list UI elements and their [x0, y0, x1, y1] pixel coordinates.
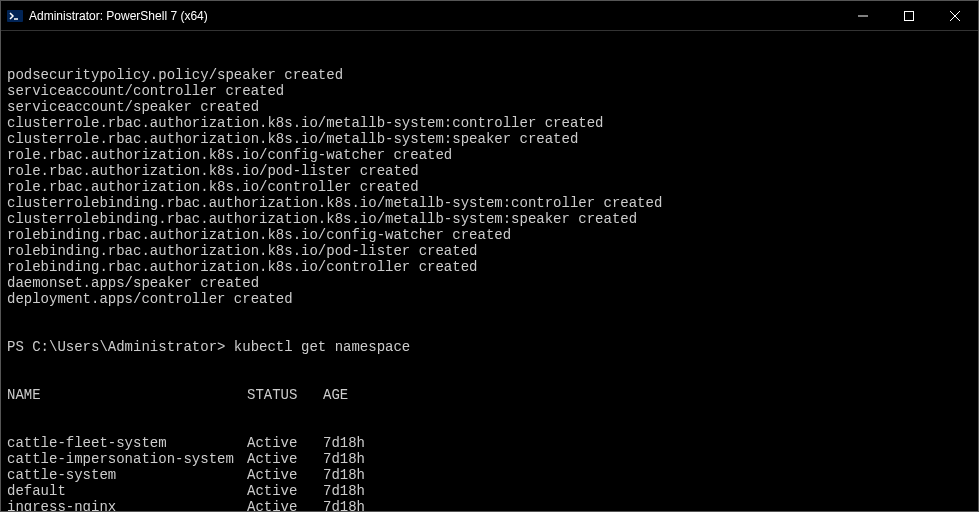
close-button[interactable] [932, 1, 978, 30]
output-line: clusterrole.rbac.authorization.k8s.io/me… [7, 131, 972, 147]
minimize-button[interactable] [840, 1, 886, 30]
command-text: kubectl get namespace [234, 339, 410, 355]
cell-status: Active [247, 467, 323, 483]
titlebar: Administrator: PowerShell 7 (x64) [1, 1, 978, 31]
cell-name: cattle-system [7, 467, 247, 483]
output-line: rolebinding.rbac.authorization.k8s.io/co… [7, 259, 972, 275]
cell-status: Active [247, 451, 323, 467]
cell-age: 7d18h [323, 467, 403, 483]
cell-age: 7d18h [323, 451, 403, 467]
cell-name: default [7, 483, 247, 499]
output-line: rolebinding.rbac.authorization.k8s.io/co… [7, 227, 972, 243]
header-status: STATUS [247, 387, 323, 403]
output-line: clusterrolebinding.rbac.authorization.k8… [7, 211, 972, 227]
prompt-text: PS C:\Users\Administrator> [7, 339, 234, 355]
cell-name: ingress-nginx [7, 499, 247, 511]
window-controls [840, 1, 978, 30]
header-name: NAME [7, 387, 247, 403]
table-row: defaultActive7d18h [7, 483, 972, 499]
output-line: daemonset.apps/speaker created [7, 275, 972, 291]
table-header: NAMESTATUSAGE [7, 387, 972, 403]
command-output: podsecuritypolicy.policy/speaker created… [7, 67, 972, 307]
table-row: ingress-nginxActive7d18h [7, 499, 972, 511]
table-row: cattle-impersonation-systemActive7d18h [7, 451, 972, 467]
svg-rect-0 [7, 10, 23, 22]
cell-status: Active [247, 483, 323, 499]
output-line: serviceaccount/speaker created [7, 99, 972, 115]
cell-age: 7d18h [323, 499, 403, 511]
terminal-content[interactable]: podsecuritypolicy.policy/speaker created… [1, 31, 978, 511]
cell-age: 7d18h [323, 435, 403, 451]
cell-status: Active [247, 435, 323, 451]
output-line: podsecuritypolicy.policy/speaker created [7, 67, 972, 83]
powershell-icon [7, 8, 23, 24]
maximize-button[interactable] [886, 1, 932, 30]
output-line: role.rbac.authorization.k8s.io/pod-liste… [7, 163, 972, 179]
output-line: serviceaccount/controller created [7, 83, 972, 99]
output-line: rolebinding.rbac.authorization.k8s.io/po… [7, 243, 972, 259]
cell-age: 7d18h [323, 483, 403, 499]
output-line: clusterrole.rbac.authorization.k8s.io/me… [7, 115, 972, 131]
header-age: AGE [323, 387, 403, 403]
table-body: cattle-fleet-systemActive7d18hcattle-imp… [7, 435, 972, 511]
cell-name: cattle-fleet-system [7, 435, 247, 451]
output-line: deployment.apps/controller created [7, 291, 972, 307]
window-title: Administrator: PowerShell 7 (x64) [29, 9, 840, 23]
output-line: role.rbac.authorization.k8s.io/controlle… [7, 179, 972, 195]
prompt-line: PS C:\Users\Administrator> kubectl get n… [7, 339, 972, 355]
svg-rect-3 [905, 11, 914, 20]
table-row: cattle-fleet-systemActive7d18h [7, 435, 972, 451]
cell-name: cattle-impersonation-system [7, 451, 247, 467]
output-line: clusterrolebinding.rbac.authorization.k8… [7, 195, 972, 211]
cell-status: Active [247, 499, 323, 511]
table-row: cattle-systemActive7d18h [7, 467, 972, 483]
powershell-window: Administrator: PowerShell 7 (x64) podsec… [0, 0, 979, 512]
output-line: role.rbac.authorization.k8s.io/config-wa… [7, 147, 972, 163]
